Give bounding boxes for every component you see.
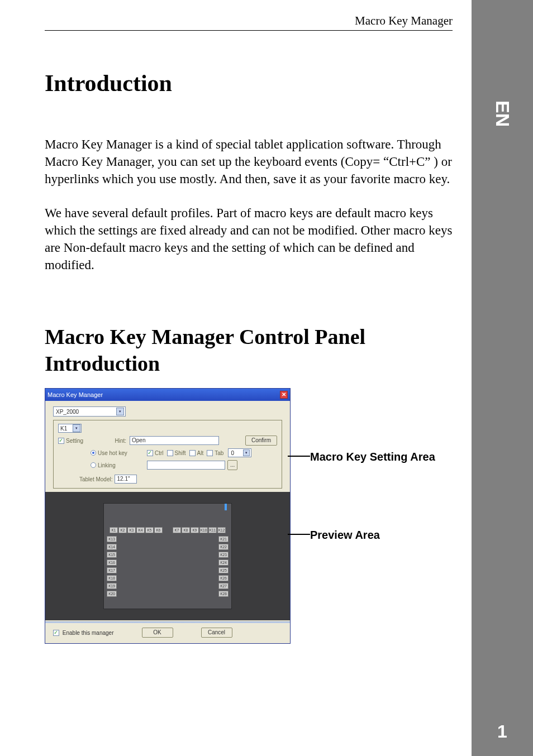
macro-key-k26[interactable]: K26 xyxy=(218,575,229,581)
enable-manager-label: Enable this manager xyxy=(63,630,114,636)
macro-key-k24[interactable]: K24 xyxy=(218,559,229,566)
intro-paragraph-1: Macro Key Manager is a kind of special t… xyxy=(45,136,453,188)
macro-key-k10[interactable]: K10 xyxy=(199,527,208,533)
language-sidebar: EN 1 xyxy=(472,0,533,756)
linking-path-input[interactable] xyxy=(147,461,225,470)
cancel-button[interactable]: Cancel xyxy=(201,628,232,638)
macro-key-k3[interactable]: K3 xyxy=(127,527,136,533)
setting-label: Setting xyxy=(66,438,93,444)
confirm-button[interactable]: Confirm xyxy=(245,436,277,446)
macro-key-k20[interactable]: K20 xyxy=(107,591,117,597)
dialog-bottom-bar: Enable this manager OK Cancel xyxy=(45,623,290,643)
macro-setting-group: K1 ▾ Setting Hint: Open Confirm xyxy=(53,420,282,489)
close-icon[interactable]: ✕ xyxy=(280,391,288,399)
shift-label: Shift xyxy=(175,450,186,456)
macro-key-k14[interactable]: K14 xyxy=(107,544,117,550)
language-code: EN xyxy=(492,101,513,127)
preview-area: K1K2K3K4K5K6 K7K8K9K10K11K12 K13K14K15K1… xyxy=(45,492,290,620)
macro-key-k11[interactable]: K11 xyxy=(208,527,217,533)
macro-key-k2[interactable]: K2 xyxy=(118,527,127,533)
macro-key-k19[interactable]: K19 xyxy=(107,583,117,589)
callout-setting-area: Macro Key Setting Area xyxy=(310,451,435,463)
profile-dropdown[interactable]: XP_2000 ▾ xyxy=(53,406,126,417)
window-titlebar[interactable]: Macro Key Manager ✕ xyxy=(45,389,290,401)
window-title: Macro Key Manager xyxy=(47,391,103,398)
chevron-down-icon: ▾ xyxy=(73,424,80,432)
intro-paragraph-2: We have several default profiles. Part o… xyxy=(45,204,453,274)
heading-introduction: Introduction xyxy=(45,70,453,97)
macro-key-k18[interactable]: K18 xyxy=(107,575,117,581)
tablet-model-label: Tablet Model: xyxy=(79,476,112,482)
hotkey-key-value: 0 xyxy=(231,450,234,456)
macro-key-k12[interactable]: K12 xyxy=(217,527,226,533)
tab-label: Tab xyxy=(215,450,223,456)
key-dropdown[interactable]: K1 ▾ xyxy=(58,424,82,433)
ctrl-checkbox[interactable] xyxy=(147,450,153,456)
macro-key-k22[interactable]: K22 xyxy=(218,544,229,550)
tablet-indicator xyxy=(225,504,227,510)
shift-checkbox[interactable] xyxy=(167,450,173,456)
macro-key-k8[interactable]: K8 xyxy=(182,527,190,533)
ok-button[interactable]: OK xyxy=(142,628,173,638)
profile-value: XP_2000 xyxy=(56,409,79,415)
page-content: Macro Key Manager Introduction Macro Key… xyxy=(45,14,453,644)
enable-manager-checkbox[interactable] xyxy=(53,630,59,636)
alt-label: Alt xyxy=(197,450,204,456)
right-side-keys: K21K22K23K24K25K26K27K28 xyxy=(218,536,229,597)
chevron-down-icon: ▾ xyxy=(116,408,124,415)
tab-checkbox[interactable] xyxy=(207,450,213,456)
macro-key-k27[interactable]: K27 xyxy=(218,583,229,589)
page-number: 1 xyxy=(497,721,507,742)
document-header: Macro Key Manager xyxy=(45,14,453,31)
alt-checkbox[interactable] xyxy=(189,450,196,456)
linking-label: Linking xyxy=(98,462,130,468)
ctrl-label: Ctrl xyxy=(155,450,164,456)
tablet-diagram: K1K2K3K4K5K6 K7K8K9K10K11K12 K13K14K15K1… xyxy=(103,503,232,609)
top-key-row: K1K2K3K4K5K6 K7K8K9K10K11K12 xyxy=(110,527,226,533)
macro-key-k25[interactable]: K25 xyxy=(218,567,229,573)
macro-key-manager-window: Macro Key Manager ✕ XP_2000 ▾ K1 ▾ xyxy=(45,388,291,644)
control-panel-figure: Macro Key Manager ✕ XP_2000 ▾ K1 ▾ xyxy=(45,388,453,644)
macro-key-k9[interactable]: K9 xyxy=(191,527,199,533)
macro-key-k28[interactable]: K28 xyxy=(218,591,229,597)
callout-preview-area: Preview Area xyxy=(310,529,380,542)
macro-key-k16[interactable]: K16 xyxy=(107,559,117,566)
hint-input[interactable]: Open xyxy=(130,436,219,445)
macro-key-k13[interactable]: K13 xyxy=(107,536,117,542)
heading-control-panel: Macro Key Manager Control Panel Introduc… xyxy=(45,324,453,377)
macro-key-k7[interactable]: K7 xyxy=(173,527,181,533)
hotkey-key-dropdown[interactable]: 0 ▾ xyxy=(228,448,251,457)
macro-key-k15[interactable]: K15 xyxy=(107,552,117,558)
macro-key-k4[interactable]: K4 xyxy=(136,527,145,533)
tablet-model-value: 12.1" xyxy=(115,475,137,484)
left-side-keys: K13K14K15K16K17K18K19K20 xyxy=(107,536,117,597)
hotkey-radio[interactable] xyxy=(91,450,96,456)
hotkey-label: Use hot key xyxy=(98,450,130,456)
linking-radio[interactable] xyxy=(91,462,96,468)
macro-key-k23[interactable]: K23 xyxy=(218,552,229,558)
setting-checkbox[interactable] xyxy=(58,438,64,444)
macro-key-k6[interactable]: K6 xyxy=(154,527,163,533)
key-value: K1 xyxy=(60,425,67,432)
browse-button[interactable]: ... xyxy=(227,460,237,470)
macro-key-k17[interactable]: K17 xyxy=(107,567,117,573)
macro-key-k1[interactable]: K1 xyxy=(110,527,118,533)
macro-key-k5[interactable]: K5 xyxy=(145,527,154,533)
macro-key-k21[interactable]: K21 xyxy=(218,536,229,542)
hint-label: Hint: xyxy=(93,438,126,444)
chevron-down-icon: ▾ xyxy=(243,449,250,456)
